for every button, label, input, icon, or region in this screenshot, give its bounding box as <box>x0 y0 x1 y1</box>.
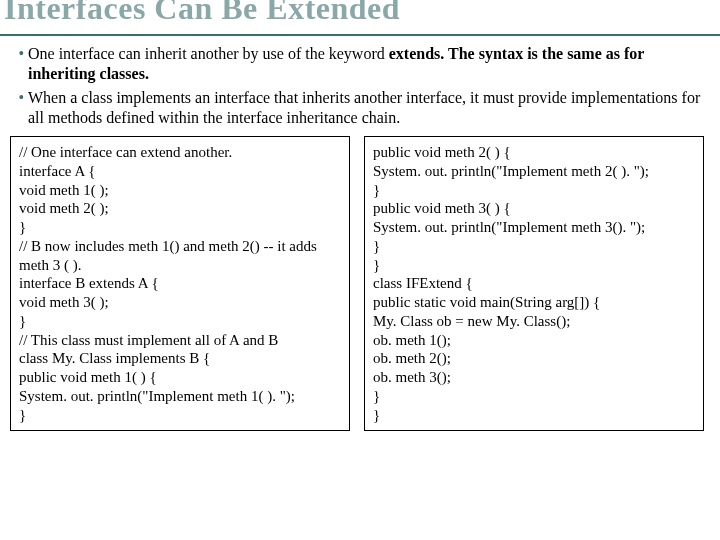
bullet-list: One interface can inherit another by use… <box>14 44 710 128</box>
bullet-item: When a class implements an interface tha… <box>28 88 710 128</box>
bullet-item: One interface can inherit another by use… <box>28 44 710 84</box>
slide-title: Interfaces Can Be Extended <box>4 0 710 24</box>
code-block-left: // One interface can extend another. int… <box>10 136 350 431</box>
bullet-text: When a class implements an interface tha… <box>28 89 700 126</box>
code-columns: // One interface can extend another. int… <box>10 136 710 431</box>
title-underline <box>0 34 720 36</box>
slide: Interfaces Can Be Extended One interface… <box>0 0 720 540</box>
bullet-text: One interface can inherit another by use… <box>28 45 389 62</box>
code-block-right: public void meth 2( ) { System. out. pri… <box>364 136 704 431</box>
